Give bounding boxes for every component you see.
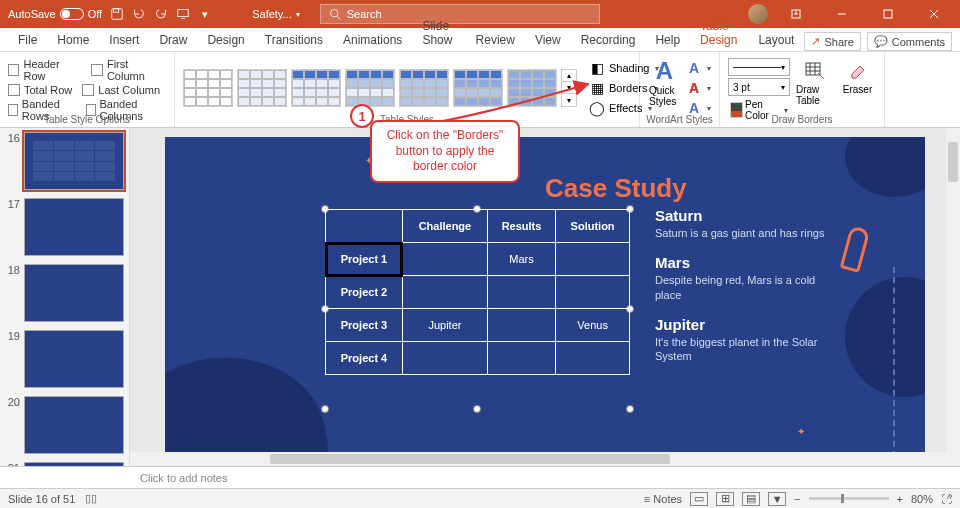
- table-header-cell[interactable]: Challenge: [402, 210, 487, 243]
- tab-home[interactable]: Home: [47, 29, 99, 51]
- table-header-cell[interactable]: Solution: [556, 210, 630, 243]
- zoom-level[interactable]: 80%: [911, 493, 933, 505]
- tab-layout[interactable]: Layout: [748, 29, 804, 51]
- pen-style-dropdown[interactable]: ▾: [728, 58, 790, 76]
- vertical-scrollbar[interactable]: [946, 128, 960, 466]
- table-cell[interactable]: Project 4: [326, 342, 403, 375]
- table-cell[interactable]: Project 2: [326, 276, 403, 309]
- slide-title[interactable]: Case Study: [545, 173, 687, 204]
- more-icon[interactable]: ▾: [562, 94, 576, 106]
- present-icon[interactable]: [176, 7, 190, 21]
- text-outline-button[interactable]: A▾: [685, 78, 711, 98]
- tab-animations[interactable]: Animations: [333, 29, 412, 51]
- slide-canvas[interactable]: ✦ ✦ Case Study Challenge Results: [130, 128, 960, 466]
- close-icon[interactable]: [916, 0, 952, 28]
- text-block[interactable]: Mars Despite being red, Mars is a cold p…: [655, 254, 825, 302]
- zoom-out-button[interactable]: −: [794, 493, 800, 505]
- pen-weight-dropdown[interactable]: 3 pt▾: [728, 78, 790, 96]
- slide-thumbnail-19[interactable]: [24, 330, 124, 388]
- thumbnail-panel[interactable]: 16 17 18 19 20 21: [0, 128, 130, 466]
- table-cell[interactable]: [402, 342, 487, 375]
- table-style-2[interactable]: [237, 69, 287, 107]
- zoom-slider[interactable]: [809, 497, 889, 500]
- zoom-in-button[interactable]: +: [897, 493, 903, 505]
- resize-handle[interactable]: [626, 405, 634, 413]
- eraser-button[interactable]: Eraser: [839, 58, 876, 95]
- check-last-col[interactable]: Last Column: [82, 84, 160, 96]
- table-cell[interactable]: Jupiter: [402, 309, 487, 342]
- resize-handle[interactable]: [321, 405, 329, 413]
- check-header-row[interactable]: Header Row: [8, 58, 81, 82]
- qat-more-icon[interactable]: ▾: [198, 7, 212, 21]
- chevron-up-icon[interactable]: ▴: [562, 70, 576, 82]
- text-block[interactable]: Saturn Saturn is a gas giant and has rin…: [655, 207, 825, 240]
- reading-view-icon[interactable]: ▤: [742, 492, 760, 506]
- maximize-icon[interactable]: [870, 0, 906, 28]
- tab-table-design[interactable]: Table Design: [690, 15, 748, 51]
- table-cell[interactable]: Venus: [556, 309, 630, 342]
- tab-draw[interactable]: Draw: [149, 29, 197, 51]
- undo-icon[interactable]: [132, 7, 146, 21]
- table-style-4[interactable]: [345, 69, 395, 107]
- collapse-ribbon-icon[interactable]: ^: [942, 492, 956, 506]
- horizontal-scrollbar[interactable]: [130, 452, 946, 466]
- table-cell[interactable]: [487, 309, 555, 342]
- notes-pane[interactable]: Click to add notes: [0, 466, 960, 488]
- check-first-col[interactable]: First Column: [91, 58, 166, 82]
- chevron-down-icon[interactable]: ▾: [562, 82, 576, 94]
- notes-toggle[interactable]: ≡ Notes: [644, 493, 682, 505]
- slideshow-view-icon[interactable]: ▼: [768, 492, 786, 506]
- comments-button[interactable]: 💬Comments: [867, 32, 952, 51]
- minimize-icon[interactable]: [824, 0, 860, 28]
- tab-insert[interactable]: Insert: [99, 29, 149, 51]
- tab-transitions[interactable]: Transitions: [255, 29, 333, 51]
- redo-icon[interactable]: [154, 7, 168, 21]
- table-style-5[interactable]: [399, 69, 449, 107]
- slide-thumbnail-18[interactable]: [24, 264, 124, 322]
- slide-thumbnail-17[interactable]: [24, 198, 124, 256]
- quick-styles-button[interactable]: A Quick Styles: [648, 58, 681, 106]
- table-cell[interactable]: [556, 243, 630, 276]
- sorter-view-icon[interactable]: ⊞: [716, 492, 734, 506]
- table-cell[interactable]: Project 1: [326, 243, 403, 276]
- table-cell[interactable]: [402, 276, 487, 309]
- table-style-7[interactable]: [507, 69, 557, 107]
- tab-view[interactable]: View: [525, 29, 571, 51]
- share-button[interactable]: ↗Share: [804, 32, 860, 51]
- normal-view-icon[interactable]: ▭: [690, 492, 708, 506]
- slide-thumbnail-16[interactable]: [24, 132, 124, 190]
- draw-table-button[interactable]: Draw Table: [796, 58, 833, 106]
- save-icon[interactable]: [110, 7, 124, 21]
- table-cell[interactable]: [487, 342, 555, 375]
- tab-review[interactable]: Review: [466, 29, 525, 51]
- table-cell[interactable]: [556, 342, 630, 375]
- slide-thumbnail-20[interactable]: [24, 396, 124, 454]
- user-avatar[interactable]: [748, 4, 768, 24]
- ribbon-display-icon[interactable]: [778, 0, 814, 28]
- accessibility-icon[interactable]: ▯▯: [85, 492, 97, 505]
- table-cell[interactable]: [402, 243, 487, 276]
- tab-slideshow[interactable]: Slide Show: [412, 15, 465, 51]
- text-block[interactable]: Jupiter It's the biggest planet in the S…: [655, 316, 825, 364]
- tab-file[interactable]: File: [8, 29, 47, 51]
- tab-help[interactable]: Help: [645, 29, 690, 51]
- slide-table[interactable]: Challenge Results Solution Project 1 Mar…: [325, 209, 630, 375]
- table-style-6[interactable]: [453, 69, 503, 107]
- tab-design[interactable]: Design: [197, 29, 254, 51]
- table-header-cell[interactable]: Results: [487, 210, 555, 243]
- document-title[interactable]: Safety... ▾: [252, 8, 300, 20]
- autosave-toggle[interactable]: AutoSave Off: [8, 8, 102, 20]
- text-fill-button[interactable]: A▾: [685, 58, 711, 78]
- table-styles-more[interactable]: ▴ ▾ ▾: [561, 69, 577, 107]
- table-style-1[interactable]: [183, 69, 233, 107]
- table-style-3[interactable]: [291, 69, 341, 107]
- table-header-cell[interactable]: [326, 210, 403, 243]
- resize-handle[interactable]: [473, 405, 481, 413]
- table-cell[interactable]: [556, 276, 630, 309]
- table-cell[interactable]: Mars: [487, 243, 555, 276]
- table-cell[interactable]: [487, 276, 555, 309]
- slide-thumbnail-21[interactable]: [24, 462, 124, 466]
- check-total-row[interactable]: Total Row: [8, 84, 72, 96]
- tab-recording[interactable]: Recording: [571, 29, 646, 51]
- table-cell[interactable]: Project 3: [326, 309, 403, 342]
